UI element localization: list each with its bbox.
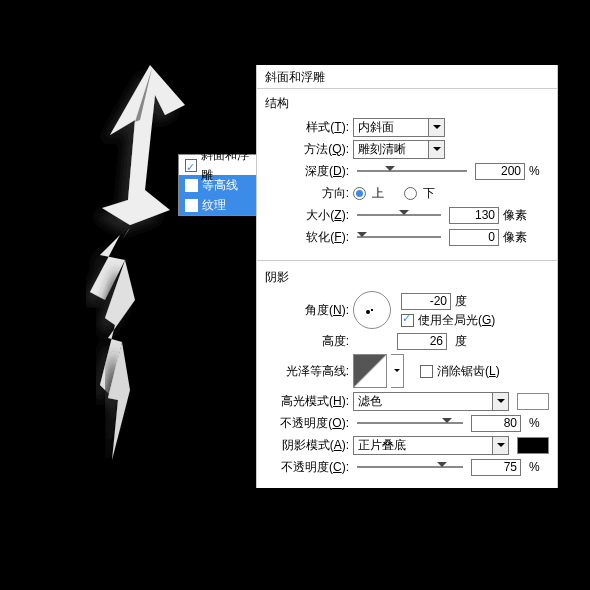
chevron-down-icon[interactable] <box>428 119 444 136</box>
antialias-label: 消除锯齿(L) <box>437 363 500 380</box>
chevron-down-icon[interactable] <box>428 141 444 158</box>
highlight-mode-label: 高光模式(H): <box>265 393 349 410</box>
chevron-down-icon[interactable] <box>492 393 508 410</box>
gloss-contour-label: 光泽等高线: <box>265 363 349 380</box>
soften-slider[interactable] <box>357 230 441 244</box>
depth-label: 深度(D): <box>265 163 349 180</box>
shadow-opacity-label: 不透明度(C): <box>265 459 349 476</box>
checkbox-icon[interactable] <box>185 199 198 212</box>
shadow-mode-select[interactable]: 正片叠底 <box>353 436 509 455</box>
global-light-label: 使用全局光(G) <box>418 312 495 329</box>
sidebar-label: 等高线 <box>202 175 238 195</box>
highlight-opacity-label: 不透明度(O): <box>265 415 349 432</box>
size-label: 大小(Z): <box>265 207 349 224</box>
global-light-checkbox[interactable] <box>401 314 414 327</box>
direction-label: 方向: <box>265 185 349 202</box>
highlight-mode-select[interactable]: 滤色 <box>353 392 509 411</box>
radio-up[interactable] <box>353 187 366 200</box>
sidebar-item-bevel-emboss[interactable]: 斜面和浮雕 <box>179 155 257 175</box>
altitude-input[interactable] <box>397 333 447 350</box>
canvas-preview <box>30 60 230 460</box>
angle-input[interactable] <box>401 293 451 310</box>
style-select[interactable]: 内斜面 <box>353 118 445 137</box>
radio-down[interactable] <box>404 187 417 200</box>
checkbox-icon[interactable] <box>185 179 198 192</box>
shading-heading: 阴影 <box>265 269 549 286</box>
highlight-color-swatch[interactable] <box>517 393 549 410</box>
depth-slider[interactable] <box>357 164 467 178</box>
sidebar-label: 纹理 <box>202 195 226 215</box>
gloss-contour-picker[interactable] <box>353 354 387 388</box>
sidebar-item-texture[interactable]: 纹理 <box>179 195 257 215</box>
highlight-opacity-slider[interactable] <box>357 416 463 430</box>
size-input[interactable] <box>449 207 499 224</box>
shadow-opacity-slider[interactable] <box>357 460 463 474</box>
method-select[interactable]: 雕刻清晰 <box>353 140 445 159</box>
bevel-emboss-panel: 斜面和浮雕 结构 样式(T): 内斜面 方法(Q): 雕刻清晰 深度(D): %… <box>256 65 558 488</box>
size-slider[interactable] <box>357 208 441 222</box>
shadow-opacity-input[interactable] <box>471 459 521 476</box>
chevron-down-icon[interactable] <box>391 354 404 388</box>
shadow-color-swatch[interactable] <box>517 437 549 454</box>
angle-control[interactable] <box>353 291 391 329</box>
method-label: 方法(Q): <box>265 141 349 158</box>
effects-sidebar: 斜面和浮雕 等高线 纹理 <box>178 154 258 216</box>
structure-heading: 结构 <box>265 95 549 112</box>
depth-input[interactable] <box>475 163 525 180</box>
chevron-down-icon[interactable] <box>492 437 508 454</box>
panel-title: 斜面和浮雕 <box>257 65 557 89</box>
antialias-checkbox[interactable] <box>420 365 433 378</box>
angle-label: 角度(N): <box>265 302 349 319</box>
highlight-opacity-input[interactable] <box>471 415 521 432</box>
checkbox-icon[interactable] <box>185 159 197 172</box>
shadow-mode-label: 阴影模式(A): <box>265 437 349 454</box>
style-label: 样式(T): <box>265 119 349 136</box>
soften-input[interactable] <box>449 229 499 246</box>
altitude-label: 高度: <box>265 333 349 350</box>
soften-label: 软化(F): <box>265 229 349 246</box>
